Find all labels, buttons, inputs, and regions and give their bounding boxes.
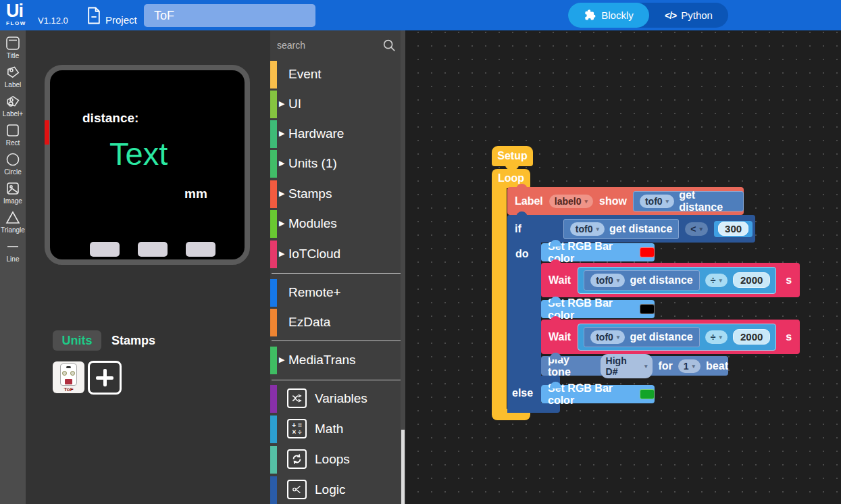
threshold-value[interactable]: 300 (718, 222, 748, 236)
category-math[interactable]: + =× ÷ Math (270, 415, 405, 444)
block-set-rgb-red[interactable]: Set RGB Bar color (541, 243, 655, 261)
category-remote[interactable]: Remote+ (270, 278, 405, 307)
label-name-dropdown[interactable]: label0 (549, 195, 593, 208)
tool-label: Title (7, 52, 20, 59)
wait-keyword: Wait (549, 274, 571, 286)
category-label: Units (1) (288, 156, 337, 171)
block-tof-get-distance[interactable]: tof0 get distance (584, 327, 700, 347)
device-preview-panel: distance: Text mm Units Stamps ToF (26, 30, 270, 504)
note-dropdown[interactable]: High D# (601, 354, 653, 378)
search-input[interactable] (277, 36, 382, 54)
search-icon[interactable] (382, 38, 397, 55)
block-tof-get-distance[interactable]: tof0 get distance (633, 191, 744, 211)
menu-scrollbar[interactable] (401, 30, 405, 504)
category-label: Math (315, 422, 343, 436)
screen-label-unit[interactable]: mm (184, 186, 207, 201)
category-label: Hardware (288, 126, 344, 141)
category-event[interactable]: Event (270, 60, 405, 89)
uiflow-logo: Ui (6, 1, 23, 22)
category-variables[interactable]: Variables (270, 384, 405, 413)
category-color-bar (270, 120, 277, 148)
category-units[interactable]: ▶ Units (1) (270, 149, 405, 178)
category-hardware[interactable]: ▶ Hardware (270, 120, 405, 149)
number-block[interactable]: 300 (714, 221, 753, 237)
block-if-header[interactable]: if tof0 get distance < 300 (507, 215, 755, 243)
python-mode-button[interactable]: </> Python (649, 3, 728, 28)
screen-label-value[interactable]: Text (109, 135, 168, 172)
tool-triangle[interactable]: Triangle (1, 209, 25, 234)
category-logic[interactable]: Logic (270, 476, 405, 504)
chevron-right-icon: ▶ (279, 159, 284, 168)
tool-circle[interactable]: Circle (4, 151, 22, 176)
operator-dropdown[interactable]: ÷ (705, 274, 728, 287)
tool-line[interactable]: Line (5, 238, 21, 263)
label-plus-icon (5, 93, 21, 109)
tool-image[interactable]: Image (3, 180, 22, 205)
beats-dropdown[interactable]: 1 (678, 359, 700, 373)
block-setup[interactable]: Setup (492, 146, 533, 166)
seconds-label: s (786, 274, 792, 286)
plus-icon (103, 369, 107, 386)
divisor-value[interactable]: 2000 (733, 329, 770, 345)
block-wait-1[interactable]: Wait tof0 get distance ÷ 2000 s (541, 263, 800, 297)
rect-icon (5, 122, 21, 138)
screen-label-distance[interactable]: distance: (82, 111, 138, 126)
category-loops[interactable]: Loops (270, 445, 405, 474)
block-set-rgb-green[interactable]: Set RGB Bar color (541, 385, 655, 403)
menu-divider (272, 380, 401, 380)
category-ezdata[interactable]: EzData (270, 308, 405, 337)
tool-label: Line (7, 255, 20, 263)
category-stamps[interactable]: ▶ Stamps (270, 180, 405, 209)
add-unit-button[interactable] (88, 361, 122, 395)
color-swatch-black[interactable] (640, 304, 655, 314)
project-document-icon[interactable] (85, 6, 102, 28)
divisor-value[interactable]: 2000 (733, 272, 770, 288)
category-mediatrans[interactable]: ▶ MediaTrans (270, 346, 405, 375)
project-name-input[interactable] (144, 4, 315, 27)
blockly-workspace[interactable]: Setup Loop Label label0 show tof0 get di… (405, 30, 841, 504)
tool-label-plus[interactable]: Label+ (3, 93, 23, 118)
tof-dropdown[interactable]: tof0 (590, 330, 625, 344)
block-loop-spine[interactable] (492, 186, 507, 410)
tool-label: Triangle (1, 226, 25, 234)
block-label-show[interactable]: Label label0 show tof0 get distance (507, 187, 744, 215)
project-label[interactable]: Project (105, 14, 137, 26)
tool-label: Label (5, 81, 21, 89)
tab-units[interactable]: Units (53, 330, 101, 351)
chevron-right-icon: ▶ (279, 249, 284, 258)
block-divide[interactable]: tof0 get distance ÷ 2000 (578, 267, 776, 294)
blockly-label: Blockly (601, 9, 634, 21)
category-ui[interactable]: ▶ UI (270, 90, 405, 119)
set-rgb-label: Set RGB Bar color (548, 241, 634, 265)
block-tof-get-distance[interactable]: tof0 get distance (584, 270, 700, 291)
block-divide[interactable]: tof0 get distance ÷ 2000 (578, 324, 776, 351)
tool-title[interactable]: Title (5, 35, 21, 59)
tool-label[interactable]: Label (5, 64, 21, 89)
block-tof-get-distance[interactable]: tof0 get distance (563, 219, 680, 239)
block-set-rgb-black[interactable]: Set RGB Bar color (541, 300, 655, 318)
operator-dropdown[interactable]: ÷ (705, 330, 728, 344)
block-play-tone[interactable]: play tone High D# for 1 beat (541, 356, 728, 376)
tool-rect[interactable]: Rect (5, 122, 21, 147)
color-swatch-red[interactable] (640, 247, 655, 257)
block-wait-2[interactable]: Wait tof0 get distance ÷ 2000 s (541, 320, 800, 354)
category-color-bar (270, 91, 277, 118)
comparator-dropdown[interactable]: < (685, 222, 708, 236)
puzzle-icon (584, 8, 596, 23)
category-color-bar (270, 309, 277, 336)
mode-toggle: Blockly </> Python (568, 3, 728, 28)
color-swatch-green[interactable] (640, 389, 655, 399)
tof-dropdown[interactable]: tof0 (640, 195, 674, 208)
category-modules[interactable]: ▶ Modules (270, 209, 405, 238)
tof-dropdown[interactable]: tof0 (590, 274, 625, 287)
category-color-bar (270, 180, 277, 208)
blockly-mode-button[interactable]: Blockly (568, 3, 649, 28)
do-keyword: do (515, 248, 529, 260)
tof-dropdown[interactable]: tof0 (570, 222, 605, 236)
tool-label: Image (3, 197, 22, 205)
unit-tile-tof[interactable]: ToF (53, 361, 84, 393)
tab-stamps[interactable]: Stamps (111, 334, 155, 348)
menu-scrollbar-thumb[interactable] (401, 430, 405, 504)
device-button-a (90, 242, 120, 257)
category-iotcloud[interactable]: ▶ IoTCloud (270, 240, 405, 269)
